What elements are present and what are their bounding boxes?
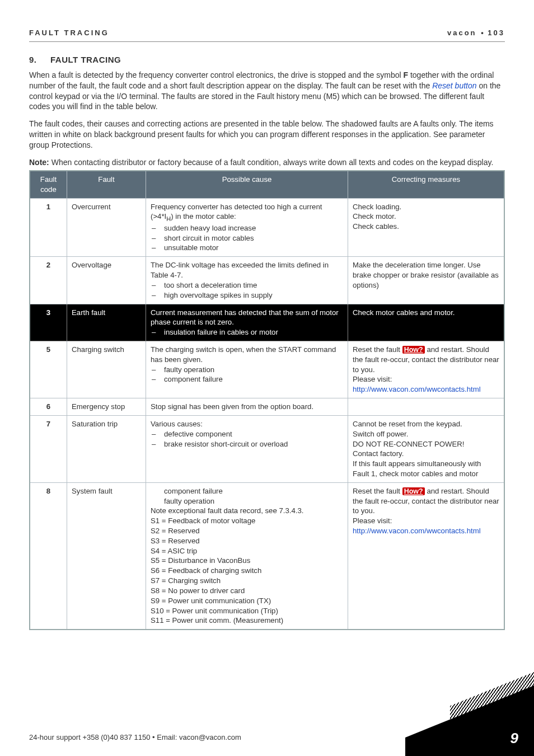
intro-note: Note: When contacting distributor or fac…	[29, 157, 505, 168]
table-row: 6 Emergency stop Stop signal has been gi…	[30, 398, 504, 416]
how-badge[interactable]: How?	[402, 346, 425, 354]
table-row: 2 Overvoltage The DC-link voltage has ex…	[30, 257, 504, 304]
table-row: 8 System fault component failure faulty …	[30, 482, 504, 630]
reset-button-ref: Reset button	[432, 81, 476, 90]
header-right: vacon • 103	[447, 28, 505, 38]
intro-para-2: The fault codes, their causes and correc…	[29, 119, 505, 151]
page-header: FAULT TRACING vacon • 103	[29, 28, 505, 42]
intro-para-1: When a fault is detected by the frequenc…	[29, 70, 505, 112]
col-header-cause: Possible cause	[146, 171, 348, 198]
col-header-fix: Correcting measures	[348, 171, 505, 198]
page-number: 9	[510, 729, 518, 748]
header-left: FAULT TRACING	[29, 28, 109, 38]
table-row: 3 Earth fault Current measurement has de…	[30, 304, 504, 341]
section-heading: 9.FAULT TRACING	[29, 54, 505, 65]
table-row: 7 Saturation trip Various causes: defect…	[30, 415, 504, 482]
table-row: 1 Overcurrent Frequency converter has de…	[30, 198, 504, 257]
table-row: 5 Charging switch The charging switch is…	[30, 341, 504, 398]
how-badge[interactable]: How?	[402, 487, 425, 495]
contacts-link[interactable]: http://www.vacon.com/wwcontacts.html	[353, 526, 499, 536]
fault-table: Fault code Fault Possible cause Correcti…	[29, 170, 505, 630]
table-header-row: Fault code Fault Possible cause Correcti…	[30, 171, 504, 198]
col-header-code: Fault code	[30, 171, 67, 198]
col-header-name: Fault	[67, 171, 146, 198]
contacts-link[interactable]: http://www.vacon.com/wwcontacts.html	[353, 384, 499, 395]
